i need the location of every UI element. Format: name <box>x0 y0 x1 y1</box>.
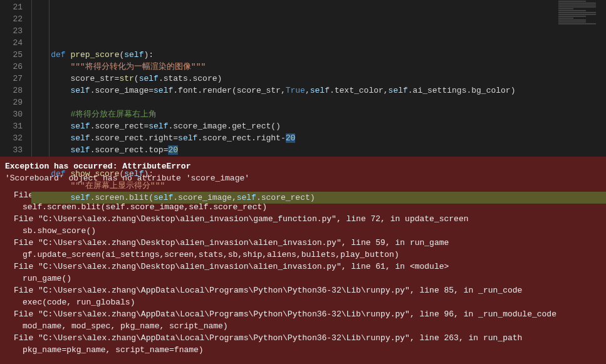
stack-frame: File "C:\Users\alex.zhang\Desktop\alien_… <box>14 237 601 261</box>
line-number: 24 <box>0 37 23 49</box>
code-line[interactable]: self.screen.blit(self.score_image,self.s… <box>31 192 606 204</box>
frame-location: File "C:\Users\alex.zhang\AppData\Local\… <box>14 332 601 344</box>
frame-location: File "C:\Users\alex.zhang\AppData\Local\… <box>14 284 601 296</box>
frame-source: sb.show_score() <box>23 225 601 237</box>
code-line[interactable]: #将得分放在屏幕右上角 <box>31 108 606 120</box>
frame-location: File "C:\Users\alex.zhang\Desktop\alien_… <box>14 213 601 225</box>
line-number-gutter: 21222324252627282930313233 <box>0 0 31 157</box>
line-number: 27 <box>0 73 23 85</box>
frame-source: gf.update_screen(ai_settings,screen,stat… <box>23 249 601 261</box>
line-number: 23 <box>0 25 23 37</box>
line-number: 22 <box>0 13 23 25</box>
code-line[interactable]: self.score_rect.top=20 <box>31 144 606 156</box>
traceback: File "C:\Users\alex.zhang\Desktop\alien_… <box>5 189 601 356</box>
stack-frame: File "C:\Users\alex.zhang\AppData\Local\… <box>14 284 601 308</box>
line-number: 31 <box>0 120 23 132</box>
frame-location: File "C:\Users\alex.zhang\AppData\Local\… <box>14 308 601 320</box>
frame-source: mod_name, mod_spec, pkg_name, script_nam… <box>23 320 601 332</box>
code-editor[interactable]: 21222324252627282930313233 def prep_scor… <box>0 0 606 157</box>
line-number: 32 <box>0 132 23 144</box>
line-number: 25 <box>0 49 23 61</box>
code-line[interactable]: def show_score(self): <box>31 168 606 180</box>
line-number: 28 <box>0 85 23 96</box>
stack-frame: File "C:\Users\alex.zhang\Desktop\alien_… <box>14 213 601 237</box>
code-line[interactable]: def prep_score(self): <box>31 49 606 61</box>
stack-frame: File "C:\Users\alex.zhang\AppData\Local\… <box>14 308 601 332</box>
frame-location: File "C:\Users\alex.zhang\Desktop\alien_… <box>14 261 601 273</box>
line-number: 21 <box>0 1 23 13</box>
code-line[interactable]: self.score_rect=self.score_image.get_rec… <box>31 120 606 132</box>
code-line[interactable] <box>31 96 606 108</box>
code-line[interactable]: """在屏幕上显示得分""" <box>31 180 606 192</box>
code-line[interactable]: score_str=str(self.stats.score) <box>31 73 606 85</box>
line-number: 29 <box>0 96 23 108</box>
stack-frame: File "C:\Users\alex.zhang\Desktop\alien_… <box>14 261 601 284</box>
line-number: 30 <box>0 108 23 120</box>
code-line[interactable] <box>31 156 606 168</box>
frame-source: exec(code, run_globals) <box>23 296 601 308</box>
line-number: 26 <box>0 61 23 73</box>
stack-frame: File "C:\Users\alex.zhang\AppData\Local\… <box>14 332 601 356</box>
frame-source: run_game() <box>23 273 601 284</box>
code-content[interactable]: def prep_score(self): """将得分转化为一幅渲染的图像""… <box>31 0 606 157</box>
frame-source: pkg_name=pkg_name, script_name=fname) <box>23 344 601 356</box>
code-line[interactable]: """将得分转化为一幅渲染的图像""" <box>31 61 606 73</box>
code-line[interactable]: self.score_rect.right=self.score_rect.ri… <box>31 132 606 144</box>
code-line[interactable]: self.score_image=self.font.render(score_… <box>31 85 606 96</box>
frame-location: File "C:\Users\alex.zhang\Desktop\alien_… <box>14 237 601 249</box>
line-number: 33 <box>0 144 23 156</box>
minimap[interactable] <box>556 0 606 157</box>
